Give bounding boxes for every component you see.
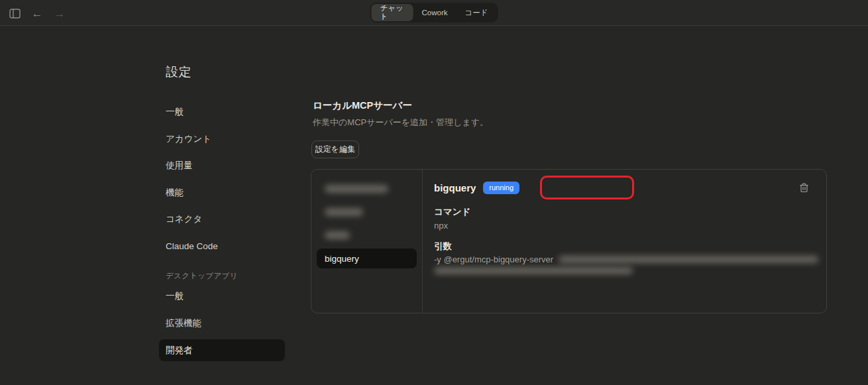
tab-code-label: コード xyxy=(464,8,488,18)
server-name: bigquery xyxy=(434,182,476,193)
tab-cowork-label: Cowork xyxy=(421,9,447,17)
server-list-item-blurred[interactable] xyxy=(317,202,417,222)
sidebar-item-usage[interactable]: 使用量 xyxy=(159,154,285,177)
edit-config-button[interactable]: 設定を編集 xyxy=(311,140,359,158)
back-arrow-icon[interactable]: ← xyxy=(30,7,44,20)
blurred-text xyxy=(325,231,350,239)
tab-cowork[interactable]: Cowork xyxy=(413,4,456,21)
mode-tab-bar: チャット Cowork コード xyxy=(370,3,498,23)
server-list-item-bigquery[interactable]: bigquery xyxy=(317,248,417,268)
sidebar-toggle-icon[interactable] xyxy=(8,7,21,20)
sidebar-item-features[interactable]: 機能 xyxy=(159,182,285,204)
forward-arrow-icon[interactable]: → xyxy=(53,7,66,20)
blurred-text xyxy=(559,256,818,263)
sidebar-item-connectors[interactable]: コネクタ xyxy=(159,208,285,231)
page-title: 設定 xyxy=(166,64,191,81)
settings-sidebar: 一般 アカウント 使用量 機能 コネクタ Claude Code デスクトップア… xyxy=(159,101,285,366)
tab-chat[interactable]: チャット xyxy=(371,4,413,21)
tab-code[interactable]: コード xyxy=(456,4,496,21)
command-label: コマンド xyxy=(434,206,470,218)
server-list-item-blurred[interactable] xyxy=(317,179,417,199)
sidebar-section-desktop-app: デスクトップアプリ xyxy=(159,262,285,285)
annotation-box xyxy=(540,176,634,199)
server-title-row: bigquery running xyxy=(434,182,519,194)
server-detail-panel: bigquery running コマンド npx 引数 -y @ergut/m… xyxy=(423,170,826,313)
sidebar-item-claude-code[interactable]: Claude Code xyxy=(159,235,285,258)
sidebar-item-account[interactable]: アカウント xyxy=(159,128,285,150)
section-subtitle: 作業中のMCPサーバーを追加・管理します。 xyxy=(313,117,488,129)
top-bar: ← → チャット Cowork コード xyxy=(0,0,868,26)
tab-chat-label: チャット xyxy=(380,4,404,21)
section-title: ローカルMCPサーバー xyxy=(313,99,412,112)
server-list-item-label: bigquery xyxy=(325,254,359,264)
sidebar-item-desktop-general[interactable]: 一般 xyxy=(159,285,285,307)
trash-icon[interactable] xyxy=(799,182,809,195)
args-value-text: -y @ergut/mcp-bigquery-server xyxy=(434,254,553,264)
mcp-server-card: bigquery bigquery running コマンド npx 引数 -y… xyxy=(311,169,827,313)
window-controls: ← → xyxy=(8,7,66,20)
command-value: npx xyxy=(434,221,448,231)
args-value: -y @ergut/mcp-bigquery-server xyxy=(434,254,818,264)
blurred-text xyxy=(434,267,633,274)
sidebar-item-developer[interactable]: 開発者 xyxy=(159,339,285,362)
sidebar-item-extensions[interactable]: 拡張機能 xyxy=(159,312,285,335)
server-list: bigquery xyxy=(311,170,423,313)
blurred-text xyxy=(325,208,363,216)
server-list-item-blurred[interactable] xyxy=(317,225,417,245)
sidebar-item-general[interactable]: 一般 xyxy=(159,101,285,123)
status-badge: running xyxy=(483,182,519,194)
blurred-text xyxy=(325,185,388,193)
args-label: 引数 xyxy=(434,241,452,252)
